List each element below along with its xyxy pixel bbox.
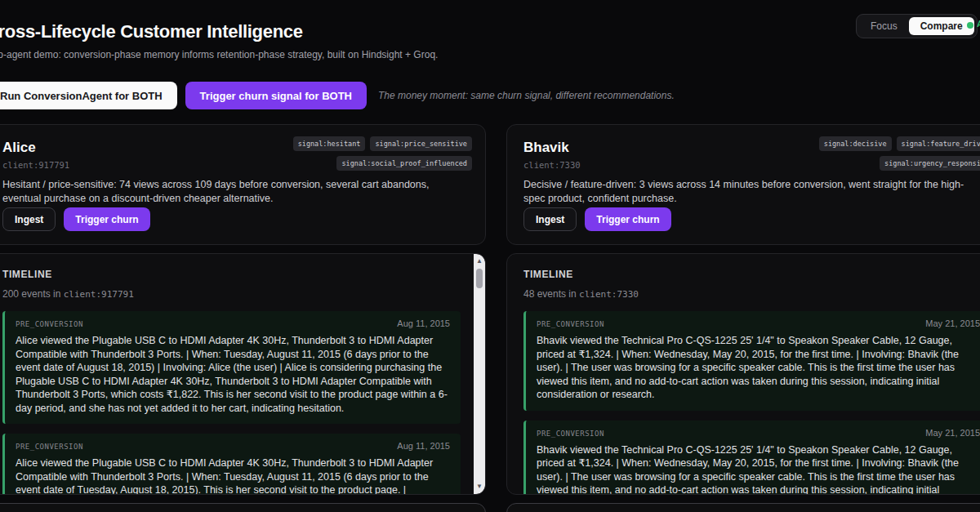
money-moment-note: The money moment: same churn signal, dif…	[378, 90, 675, 101]
ingest-button[interactable]: Ingest	[2, 207, 56, 231]
page: Cross-Lifecycle Customer Intelligence Tw…	[0, 0, 980, 512]
ingest-button[interactable]: Ingest	[523, 207, 577, 231]
compare-tab[interactable]: Compare	[909, 17, 974, 35]
event-date: May 21, 2015	[925, 318, 980, 328]
event-type-badge: PRE_CONVERSION	[16, 443, 83, 451]
page-header: Cross-Lifecycle Customer Intelligence Tw…	[0, 21, 980, 60]
signal-badge: signal:social_proof_influenced	[336, 156, 472, 171]
focus-tab[interactable]: Focus	[859, 17, 909, 35]
event-item: PRE_CONVERSION May 21, 2015 Bhavik viewe…	[523, 421, 980, 496]
timeline-client-ref: client:917791	[64, 289, 134, 300]
timeline-count-prefix: 48 events in	[523, 288, 579, 300]
customer-description: Decisive / feature-driven: 3 views acros…	[523, 178, 980, 206]
event-item: PRE_CONVERSION May 21, 2015 Bhavik viewe…	[523, 311, 980, 411]
page-subtitle: Two-agent demo: conversion-phase memory …	[0, 49, 980, 60]
signal-badge: signal:feature_driven	[897, 136, 980, 151]
trigger-churn-button[interactable]: Trigger churn	[585, 207, 670, 231]
bottom-card-left	[0, 503, 486, 512]
event-text: Alice viewed the Plugable USB C to HDMI …	[16, 456, 450, 495]
signal-badge: signal:urgency_responsive	[880, 156, 980, 171]
event-text: Bhavik viewed the Technical Pro C-QS-122…	[537, 443, 980, 496]
timeline-client-ref: client:7330	[579, 289, 639, 300]
scroll-down-icon[interactable]: ▼	[474, 483, 485, 491]
trigger-churn-both-button[interactable]: Trigger churn signal for BOTH	[185, 82, 367, 109]
profile-card-bhavik: Bhavik client:7330 signal:decisive signa…	[506, 124, 980, 245]
event-text: Bhavik viewed the Technical Pro C-QS-122…	[537, 334, 980, 402]
event-list: PRE_CONVERSION May 21, 2015 Bhavik viewe…	[523, 311, 980, 495]
card-actions: Ingest Trigger churn	[2, 207, 150, 231]
timeline-count: 48 events in client:7330	[523, 288, 980, 300]
event-date: May 21, 2015	[925, 428, 980, 438]
profile-card-alice: Alice client:917791 signal:hesitant sign…	[0, 124, 486, 245]
run-conversionagent-both-button[interactable]: Run ConversionAgent for BOTH	[0, 82, 177, 109]
scroll-up-icon[interactable]: ▲	[474, 257, 485, 265]
event-type-badge: PRE_CONVERSION	[537, 430, 604, 438]
signal-badge: signal:hesitant	[293, 136, 366, 151]
trigger-churn-button[interactable]: Trigger churn	[64, 207, 149, 231]
signal-badge: signal:price_sensitive	[370, 136, 472, 151]
scrollbar-thumb[interactable]	[476, 269, 483, 288]
timeline-card-alice: TIMELINE 200 events in client:917791 PRE…	[0, 253, 486, 495]
event-item: PRE_CONVERSION Aug 11, 2015 Alice viewed…	[2, 434, 461, 495]
timeline-count: 200 events in client:917791	[2, 288, 461, 300]
event-item: PRE_CONVERSION Aug 11, 2015 Alice viewed…	[2, 311, 461, 424]
event-type-badge: PRE_CONVERSION	[16, 320, 83, 328]
page-title: Cross-Lifecycle Customer Intelligence	[0, 21, 980, 42]
signal-badge: signal:decisive	[819, 136, 892, 151]
timeline-count-prefix: 200 events in	[2, 288, 64, 300]
event-list: PRE_CONVERSION Aug 11, 2015 Alice viewed…	[2, 311, 461, 495]
event-date: Aug 11, 2015	[397, 318, 450, 328]
signal-badges: signal:hesitant signal:price_sensitive s…	[292, 136, 472, 171]
timeline-scrollbar[interactable]: ▲ ▼	[474, 254, 485, 494]
status-dot	[967, 22, 973, 29]
card-actions: Ingest Trigger churn	[523, 207, 671, 231]
event-type-badge: PRE_CONVERSION	[537, 320, 604, 328]
event-text: Alice viewed the Plugable USB C to HDMI …	[16, 334, 450, 415]
status-partial-label: A	[977, 19, 980, 29]
bottom-card-right	[506, 503, 980, 512]
timeline-heading: TIMELINE	[523, 269, 980, 280]
event-date: Aug 11, 2015	[397, 441, 450, 451]
timeline-card-bhavik: TIMELINE 48 events in client:7330 PRE_CO…	[506, 253, 980, 495]
actions-row: Run ConversionAgent for BOTH Trigger chu…	[0, 82, 980, 109]
signal-badges: signal:decisive signal:feature_driven si…	[814, 136, 980, 171]
timeline-heading: TIMELINE	[2, 269, 461, 280]
customer-description: Hesitant / price-sensitive: 74 views acr…	[2, 178, 460, 206]
view-toggle: Focus Compare	[856, 14, 978, 38]
